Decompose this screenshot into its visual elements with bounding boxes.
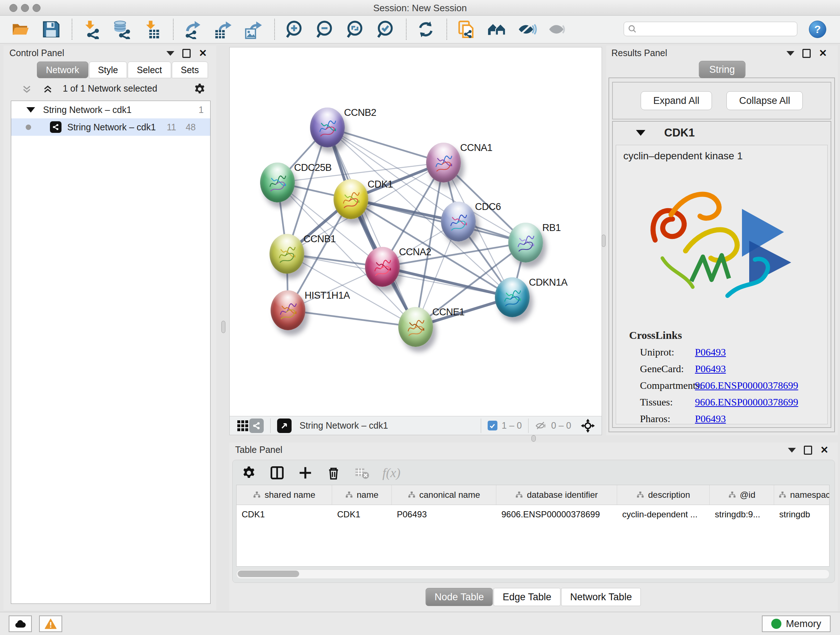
panel-menu-icon[interactable] [788, 448, 796, 453]
node-ccnb2[interactable] [310, 108, 345, 147]
import-table-icon[interactable] [142, 19, 163, 40]
table-cell[interactable]: stringdb [774, 505, 829, 524]
search-box[interactable] [624, 22, 797, 36]
import-network-database-icon[interactable] [111, 19, 133, 40]
control-panel: Control Panel ✕ NetworkStyleSelectSets 1… [4, 46, 216, 610]
selected-checkbox-icon[interactable] [488, 421, 497, 431]
add-column-icon[interactable] [298, 465, 313, 480]
network-row[interactable]: String Network – cdk1 11 48 [11, 119, 210, 136]
close-panel-icon[interactable]: ✕ [199, 49, 207, 58]
network-view-icon[interactable] [249, 418, 264, 433]
collapse-all-button[interactable]: Collapse All [726, 91, 803, 110]
hidden-eye-icon[interactable] [535, 420, 547, 431]
table-cell[interactable]: P06493 [392, 505, 496, 524]
table-cell[interactable]: stringdb:9... [710, 505, 774, 524]
column-header-canonical-name[interactable]: canonical name [392, 485, 496, 505]
crosslink-value-link[interactable]: P06493 [695, 363, 726, 375]
refresh-icon[interactable] [415, 19, 436, 40]
tab-edge-table[interactable]: Edge Table [493, 588, 561, 606]
node-ccna1[interactable] [426, 143, 461, 182]
warning-icon [44, 618, 57, 629]
column-header-@id[interactable]: @id [710, 485, 774, 505]
node-ccnb1[interactable] [270, 234, 304, 274]
close-panel-icon[interactable]: ✕ [819, 49, 827, 58]
crosslink-value-link[interactable]: 9606.ENSP00000378699 [695, 396, 798, 408]
tab-sets[interactable]: Sets [172, 62, 208, 78]
float-panel-icon[interactable] [804, 446, 812, 455]
close-panel-icon[interactable]: ✕ [820, 445, 829, 455]
grid-mode-icon[interactable] [236, 419, 249, 432]
delete-column-icon[interactable] [326, 465, 341, 480]
tab-network[interactable]: Network [37, 62, 88, 78]
zoom-fit-icon[interactable] [344, 19, 365, 40]
column-header-description[interactable]: description [617, 485, 710, 505]
node-ccne1[interactable] [398, 307, 433, 347]
column-header-namespace[interactable]: namespace [774, 485, 829, 505]
right-splitter-handle[interactable] [602, 234, 606, 247]
float-panel-icon[interactable] [182, 49, 191, 58]
warnings-button[interactable] [39, 616, 62, 632]
scrollbar-thumb[interactable] [238, 570, 299, 577]
float-panel-icon[interactable] [802, 49, 811, 58]
show-all-icon[interactable] [547, 19, 568, 40]
control-panel-title: Control Panel [9, 48, 64, 58]
table-cell[interactable]: 9606.ENSP00000378699 [496, 505, 617, 524]
node-cdkn1a[interactable] [495, 277, 530, 317]
save-session-icon[interactable] [41, 19, 62, 40]
memory-button[interactable]: Memory [762, 616, 831, 632]
tab-string[interactable]: String [699, 61, 745, 78]
table-cell[interactable]: CDK1 [237, 505, 332, 524]
node-hist1h1a[interactable] [271, 290, 305, 330]
gear-icon[interactable] [241, 465, 256, 480]
zoom-selected-icon[interactable] [375, 19, 396, 40]
panel-menu-icon[interactable] [786, 51, 794, 56]
tab-node-table[interactable]: Node Table [425, 588, 493, 606]
node-cdc25b[interactable] [260, 163, 295, 203]
tab-style[interactable]: Style [89, 62, 127, 78]
export-table-icon[interactable] [213, 19, 234, 40]
panel-menu-icon[interactable] [166, 51, 174, 56]
collapse-arrow-icon[interactable] [27, 107, 35, 112]
column-header-name[interactable]: name [332, 485, 392, 505]
hide-selected-icon[interactable] [516, 19, 538, 40]
export-image-icon[interactable] [243, 19, 264, 40]
node-rb1[interactable] [508, 223, 543, 263]
network-canvas[interactable]: CCNB2 CCNA1 CDC25B CDK1 CDC6 RB1 CCNB1 C… [230, 48, 602, 416]
open-session-icon[interactable] [10, 19, 31, 40]
tab-network-table[interactable]: Network Table [561, 588, 641, 606]
expand-all-button[interactable]: Expand All [641, 91, 712, 110]
table-cell[interactable]: cyclin-dependent ... [617, 505, 710, 524]
search-input[interactable] [637, 24, 797, 34]
crosslink-value-link[interactable]: 9606.ENSP00000378699 [695, 380, 798, 391]
node-cdk1[interactable] [333, 179, 368, 219]
node-table[interactable]: shared namenamecanonical namedatabase id… [236, 485, 829, 567]
gear-icon[interactable] [193, 82, 206, 96]
collapse-arrow-icon[interactable] [636, 130, 645, 136]
show-columns-icon[interactable] [270, 465, 285, 480]
clone-network-icon[interactable] [456, 19, 477, 40]
table-hscrollbar[interactable] [236, 570, 829, 579]
home-view-icon[interactable] [486, 19, 507, 40]
horizontal-splitter-handle[interactable] [531, 435, 536, 442]
export-network-icon[interactable] [182, 19, 203, 40]
cloud-status-button[interactable] [9, 616, 32, 632]
tab-select[interactable]: Select [128, 62, 171, 78]
column-header-shared-name[interactable]: shared name [237, 485, 332, 505]
birds-eye-view-icon[interactable] [277, 418, 292, 433]
node-cdc6[interactable] [441, 202, 476, 241]
node-ccna2[interactable] [365, 247, 400, 287]
help-button[interactable]: ? [809, 21, 826, 38]
toolbar-separator [406, 19, 407, 40]
crosslink-value-link[interactable]: P06493 [695, 347, 726, 358]
zoom-in-icon[interactable] [284, 19, 305, 40]
column-header-database-identifier[interactable]: database identifier [496, 485, 617, 505]
table-cell[interactable]: CDK1 [332, 505, 392, 524]
results-panel: Results Panel ✕ String Expand All Collap… [606, 46, 838, 435]
network-collection-row[interactable]: String Network – cdk1 1 [11, 101, 210, 119]
crosslink-value-link[interactable]: P06493 [695, 413, 726, 424]
left-splitter-handle[interactable] [221, 321, 225, 333]
zoom-out-icon[interactable] [314, 19, 335, 40]
table-row[interactable]: CDK1CDK1P064939606.ENSP00000378699cyclin… [237, 505, 829, 524]
pan-mode-icon[interactable] [581, 418, 595, 433]
import-network-icon[interactable] [81, 19, 102, 40]
